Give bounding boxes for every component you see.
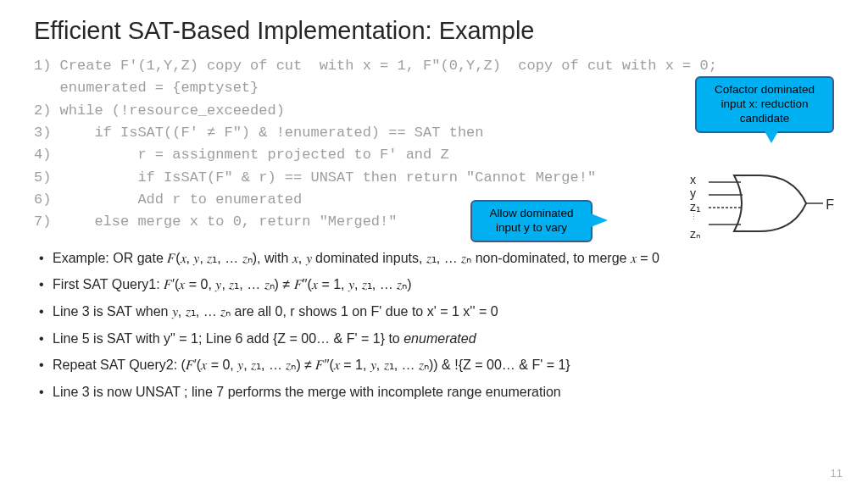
slide-title: Efficient SAT-Based Implementation: Exam…	[34, 17, 834, 45]
page-number: 11	[831, 467, 843, 480]
gate-input-zn: zₙ	[690, 228, 701, 241]
or-gate-icon	[709, 174, 823, 237]
bullet-5: Repeat SAT Query2: (𝐹′(𝑥 = 0, 𝑦, 𝑧₁, … 𝑧…	[34, 352, 834, 378]
gate-input-y: y	[690, 187, 701, 201]
callout-cofactor: Cofactor dominated input x: reduction ca…	[695, 76, 834, 133]
code-line-4: 4) r = assignment projected to F' and Z	[34, 144, 834, 166]
gate-input-x: x	[690, 174, 701, 187]
callout-allow-vary: Allow dominated input y to vary	[470, 200, 593, 242]
bullet-3: Line 3 is SAT when 𝑦, 𝑧₁, … 𝑧ₙ are all 0…	[34, 299, 834, 324]
bullet-list: Example: OR gate 𝐹(𝑥, 𝑦, 𝑧₁, … 𝑧ₙ), with…	[34, 246, 834, 405]
or-gate-diagram: x y z₁ ⋮ zₙ F	[690, 174, 834, 250]
bullet-6: Line 3 is now UNSAT ; line 7 performs th…	[34, 380, 834, 405]
code-line-1: 1) Create F'(1,Y,Z) copy of cut with x =…	[34, 55, 834, 77]
gate-output-label: F	[826, 197, 834, 213]
bullet-2: First SAT Query1: 𝐹′(𝑥 = 0, 𝑦, 𝑧₁, … 𝑧ₙ)…	[34, 272, 834, 297]
bullet-4: Line 5 is SAT with y" = 1; Line 6 add {Z…	[34, 326, 834, 352]
